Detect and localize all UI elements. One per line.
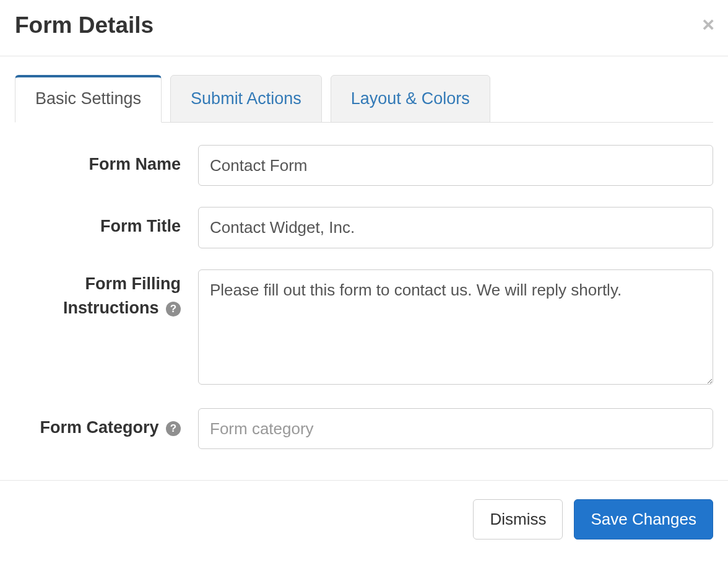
label-form-instructions-line2: Instructions bbox=[63, 299, 159, 317]
tab-submit-actions-item: Submit Actions bbox=[170, 75, 322, 123]
group-form-name: Form Name bbox=[15, 145, 713, 186]
tab-layout-colors-item: Layout & Colors bbox=[331, 75, 490, 123]
modal-form-details: Form Details × Basic Settings Submit Act… bbox=[0, 0, 728, 542]
modal-header: Form Details × bbox=[0, 0, 728, 56]
label-form-category: Form Category ? bbox=[15, 408, 198, 440]
save-changes-button[interactable]: Save Changes bbox=[574, 499, 713, 540]
label-form-category-text: Form Category bbox=[40, 418, 158, 437]
help-icon[interactable]: ? bbox=[166, 302, 181, 317]
help-icon[interactable]: ? bbox=[166, 421, 181, 436]
form-title-input[interactable] bbox=[198, 207, 713, 248]
close-icon[interactable]: × bbox=[702, 14, 714, 35]
modal-body: Basic Settings Submit Actions Layout & C… bbox=[0, 75, 728, 480]
form-name-input[interactable] bbox=[198, 145, 713, 186]
dismiss-button[interactable]: Dismiss bbox=[473, 499, 563, 540]
form-basic-settings: Form Name Form Title Form Filling Instru… bbox=[15, 123, 713, 449]
group-form-instructions: Form Filling Instructions ? bbox=[15, 269, 713, 387]
label-form-title: Form Title bbox=[15, 207, 198, 238]
form-category-input[interactable] bbox=[198, 408, 713, 449]
modal-title: Form Details bbox=[15, 12, 713, 38]
wrap-form-name bbox=[198, 145, 713, 186]
tab-layout-colors[interactable]: Layout & Colors bbox=[331, 75, 490, 123]
label-form-name: Form Name bbox=[15, 145, 198, 177]
wrap-form-title bbox=[198, 207, 713, 248]
label-form-instructions: Form Filling Instructions ? bbox=[15, 269, 198, 320]
modal-footer: Dismiss Save Changes bbox=[0, 480, 728, 542]
tab-basic-settings-item: Basic Settings bbox=[15, 75, 162, 123]
tab-submit-actions[interactable]: Submit Actions bbox=[170, 75, 322, 123]
label-form-instructions-line1: Form Filling bbox=[85, 274, 181, 293]
group-form-category: Form Category ? bbox=[15, 408, 713, 449]
form-instructions-textarea[interactable] bbox=[198, 269, 713, 385]
group-form-title: Form Title bbox=[15, 207, 713, 248]
tab-basic-settings[interactable]: Basic Settings bbox=[15, 75, 162, 123]
tabs-nav: Basic Settings Submit Actions Layout & C… bbox=[15, 75, 713, 123]
wrap-form-category bbox=[198, 408, 713, 449]
wrap-form-instructions bbox=[198, 269, 713, 387]
